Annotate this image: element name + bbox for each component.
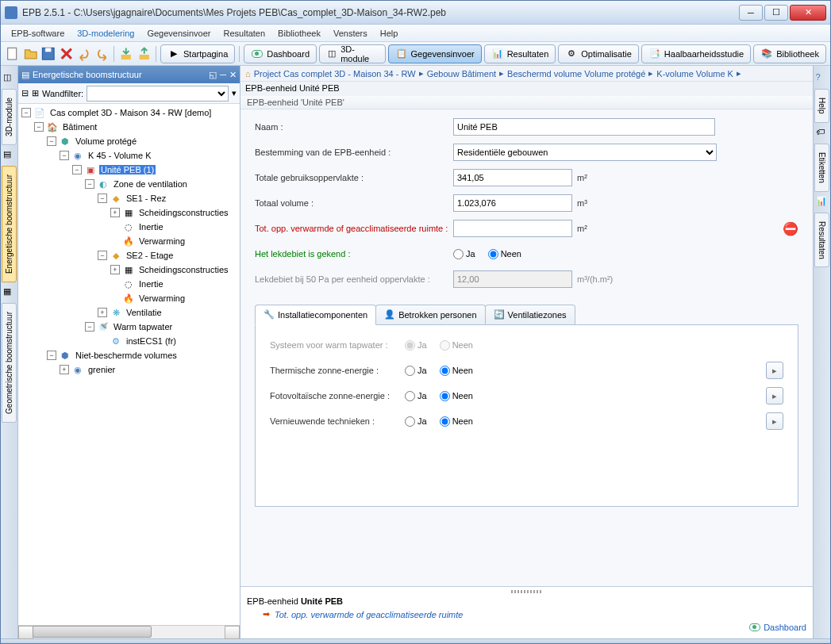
tree-batiment[interactable]: −🏠Bâtiment	[20, 120, 238, 134]
resize-handle[interactable]	[511, 590, 543, 593]
undo-icon[interactable]	[76, 45, 92, 63]
svg-rect-2	[45, 48, 51, 52]
haalbaarheidsstudie-button[interactable]: 📑Haalbaarheidsstudie	[641, 44, 751, 63]
rail-tab-help[interactable]: Help	[814, 89, 829, 123]
totale-opp-input[interactable]	[453, 169, 572, 186]
fotovolt-ja[interactable]: Ja	[405, 391, 427, 401]
rail-tab-geometrische[interactable]: Geometrische boomstructuur	[2, 303, 17, 423]
tab-installatie[interactable]: 🔧Installatiecomponenten	[255, 305, 376, 325]
tree-minimize-icon[interactable]: ─	[220, 70, 226, 79]
close-button[interactable]: ✕	[790, 5, 826, 21]
vernieuw-expand[interactable]: ▸	[766, 412, 783, 430]
expand-all-icon[interactable]: ⊞	[32, 88, 39, 98]
chevron-down-icon[interactable]: ▾	[232, 88, 237, 98]
menu-bibliotheek[interactable]: Bibliotheek	[271, 26, 327, 40]
tree-ventilatie[interactable]: +❋Ventilatie	[20, 305, 238, 320]
thermische-neen[interactable]: Neen	[440, 366, 473, 376]
tree-niet-beschermde[interactable]: −⬢Niet-beschermde volumes	[20, 348, 238, 362]
maximize-button[interactable]: ☐	[764, 5, 788, 21]
gegevensinvoer-button[interactable]: 📋Gegevensinvoer	[388, 44, 482, 63]
3d-module-button[interactable]: ◫3D-module	[319, 44, 386, 63]
tree-verwarming1[interactable]: 🔥Verwarming	[20, 234, 238, 248]
vernieuw-ja[interactable]: Ja	[405, 416, 427, 427]
tree-root[interactable]: −📄Cas complet 3D - Maison 34 - RW [demo]	[20, 105, 238, 120]
tot-opp-verw-input[interactable]	[453, 220, 572, 237]
tree-scheid2[interactable]: +▦Scheidingsconstructies	[20, 263, 238, 277]
delete-icon[interactable]	[59, 45, 75, 63]
tab-betrokken[interactable]: 👤Betrokken personen	[375, 305, 485, 324]
bc-gebouw[interactable]: Gebouw Bâtiment	[427, 69, 496, 79]
thermische-label: Thermische zonne-energie :	[270, 366, 405, 375]
open-icon[interactable]	[23, 45, 39, 63]
redo-icon[interactable]	[94, 45, 110, 63]
fotovolt-neen[interactable]: Neen	[440, 391, 473, 401]
bc-project[interactable]: Project Cas complet 3D - Maison 34 - RW	[254, 69, 416, 79]
vernieuw-neen[interactable]: Neen	[440, 416, 473, 427]
bc-kvolume[interactable]: K-volume Volume K	[656, 69, 733, 79]
totaal-vol-input[interactable]	[453, 194, 572, 212]
home-icon[interactable]: ⌂	[245, 69, 251, 79]
menubar: EPB-software 3D-modelering Gegevensinvoe…	[1, 25, 830, 42]
tree-unite-peb[interactable]: −▣Unité PEB (1)	[20, 163, 238, 177]
rail-tab-energetische[interactable]: Energetische boomstructuur	[2, 166, 17, 282]
bc-beschermd[interactable]: Beschermd volume Volume protégé	[507, 69, 645, 79]
export-icon[interactable]	[137, 45, 152, 63]
content-panel: ⌂ Project Cas complet 3D - Maison 34 - R…	[240, 66, 813, 638]
bottom-warning: ➡Tot. opp. verwarmde of geacclimatiseerd…	[247, 606, 806, 623]
tree-detach-icon[interactable]: ◱	[209, 70, 217, 80]
save-icon[interactable]	[40, 45, 56, 63]
tree-verwarming2[interactable]: 🔥Verwarming	[20, 291, 238, 305]
filter-select[interactable]	[87, 86, 229, 102]
tree-volume-protege[interactable]: −⬢Volume protégé	[20, 134, 238, 148]
tree-grenier[interactable]: +◉grenier	[20, 362, 238, 377]
tree-body[interactable]: −📄Cas complet 3D - Maison 34 - RW [demo]…	[18, 104, 240, 625]
dashboard-button[interactable]: Dashboard	[244, 44, 317, 63]
tree-scrollbar-h[interactable]	[18, 625, 240, 638]
menu-epb-software[interactable]: EPB-software	[5, 26, 71, 40]
rail-tab-3d-module[interactable]: 3D-module	[2, 89, 17, 145]
rail-tab-etiketten[interactable]: Etiketten	[814, 144, 829, 192]
menu-resultaten[interactable]: Resultaten	[217, 26, 272, 40]
tab-ventilatie[interactable]: 🔄Ventilatiezones	[485, 305, 575, 324]
optimalisatie-button[interactable]: ⚙Optimalisatie	[558, 44, 639, 63]
collapse-all-icon[interactable]: ⊟	[21, 88, 29, 98]
rail-tab-resultaten[interactable]: Resultaten	[814, 213, 829, 268]
bestemming-select[interactable]: Residentiële gebouwen	[453, 144, 717, 161]
bibliotheek-button[interactable]: 📚Bibliotheek	[753, 44, 826, 63]
menu-help[interactable]: Help	[374, 26, 405, 40]
tree-inertie2[interactable]: ◌Inertie	[20, 277, 238, 291]
naam-label: Naam :	[255, 122, 453, 132]
startpagina-button[interactable]: ▶Startpagina	[160, 44, 235, 63]
chart-icon: 📊	[816, 196, 829, 209]
tree-title: Energetische boomstructuur	[33, 70, 142, 79]
menu-gegevensinvoer[interactable]: Gegevensinvoer	[140, 26, 217, 40]
tree-scheid1[interactable]: +▦Scheidingsconstructies	[20, 205, 238, 220]
thermische-expand[interactable]: ▸	[766, 362, 783, 379]
tree-zone-ventilation[interactable]: −◐Zone de ventilation	[20, 177, 238, 191]
import-icon[interactable]	[118, 45, 134, 63]
new-icon[interactable]	[5, 45, 21, 63]
minimize-button[interactable]: ─	[739, 5, 763, 21]
lekdebiet-ja-radio[interactable]: Ja	[453, 249, 475, 259]
bottom-dashboard-link[interactable]: Dashboard	[247, 623, 806, 632]
thermische-ja[interactable]: Ja	[405, 366, 427, 376]
arrow-icon: ➡	[263, 609, 270, 619]
bottom-panel: EPB-eenheid Unité PEB ➡Tot. opp. verwarm…	[240, 586, 813, 638]
resultaten-button[interactable]: 📊Resultaten	[484, 44, 556, 63]
tree-se2[interactable]: −◆SE2 - Etage	[20, 248, 238, 263]
tree-close-icon[interactable]: ✕	[229, 70, 237, 80]
tree-warm-tapwater[interactable]: −🚿Warm tapwater	[20, 320, 238, 334]
fotovolt-expand[interactable]: ▸	[766, 387, 783, 404]
menu-vensters[interactable]: Vensters	[327, 26, 374, 40]
menu-3d-modelering[interactable]: 3D-modelering	[71, 26, 140, 40]
eye-icon	[749, 623, 760, 631]
tree-k45[interactable]: −◉K 45 - Volume K	[20, 148, 238, 163]
naam-input[interactable]	[453, 118, 715, 136]
tree-filter: ⊟ ⊞ Wandfilter: ▾	[18, 83, 240, 104]
lekdebiet-neen-radio[interactable]: Neen	[488, 249, 521, 259]
breadcrumb: ⌂ Project Cas complet 3D - Maison 34 - R…	[240, 66, 813, 82]
tree-instecs[interactable]: ⚙instECS1 (fr)	[20, 334, 238, 348]
bottom-title: EPB-eenheid Unité PEB	[247, 596, 806, 606]
tree-se1[interactable]: −◆SE1 - Rez	[20, 191, 238, 205]
tree-inertie1[interactable]: ◌Inertie	[20, 220, 238, 234]
